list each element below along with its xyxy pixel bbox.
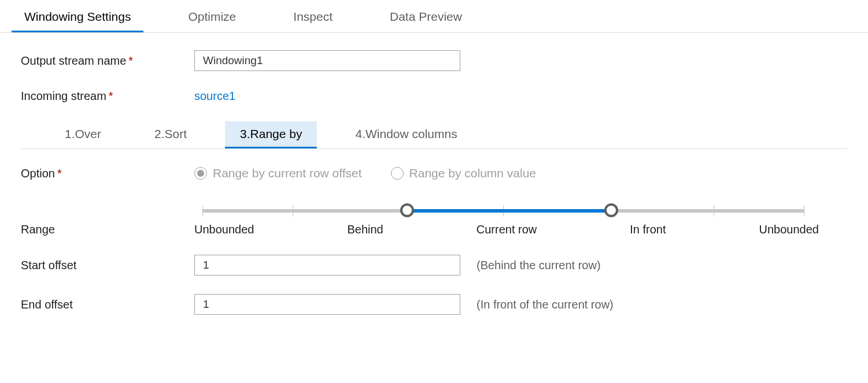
radio-range-by-row-offset[interactable]: Range by current row offset [194, 166, 362, 180]
range-tick-label: Unbounded [759, 223, 819, 236]
radio-range-by-column-value-label: Range by column value [409, 166, 536, 180]
option-label: Option* [21, 167, 194, 180]
output-stream-name-input[interactable] [194, 50, 460, 71]
tab-data-preview[interactable]: Data Preview [377, 3, 475, 32]
radio-range-by-column-value[interactable]: Range by column value [391, 166, 536, 180]
top-tabs: Windowing Settings Optimize Inspect Data… [0, 0, 868, 33]
radio-range-by-row-offset-label: Range by current row offset [213, 166, 362, 180]
start-offset-label: Start offset [21, 259, 194, 272]
range-tick-label: Unbounded [194, 223, 254, 236]
tab-windowing-settings[interactable]: Windowing Settings [12, 3, 143, 32]
range-label: Range [21, 199, 194, 236]
sub-tabs: 1.Over 2.Sort 3.Range by 4.Window column… [21, 121, 847, 149]
end-offset-hint: (In front of the current row) [477, 298, 614, 311]
output-stream-name-label: Output stream name* [21, 54, 194, 68]
start-offset-input[interactable] [194, 255, 460, 276]
start-offset-hint: (Behind the current row) [477, 259, 601, 272]
subtab-window-columns[interactable]: 4.Window columns [340, 121, 472, 148]
radio-bullet-icon [391, 167, 404, 180]
radio-bullet-icon [194, 167, 207, 180]
range-tick-label: In front [630, 223, 666, 236]
incoming-stream-link[interactable]: source1 [194, 90, 235, 103]
tab-inspect[interactable]: Inspect [280, 3, 345, 32]
subtab-sort[interactable]: 2.Sort [139, 121, 202, 148]
subtab-range-by[interactable]: 3.Range by [225, 121, 317, 148]
end-offset-input[interactable] [194, 294, 460, 315]
end-offset-label: End offset [21, 298, 194, 311]
range-handle-end[interactable] [604, 203, 618, 217]
tab-optimize[interactable]: Optimize [175, 3, 249, 32]
range-tick-label: Behind [347, 223, 383, 236]
range-tick-label: Current row [477, 223, 537, 236]
range-handle-start[interactable] [400, 203, 414, 217]
subtab-over[interactable]: 1.Over [50, 121, 116, 148]
incoming-stream-label: Incoming stream* [21, 90, 194, 103]
range-slider[interactable]: Unbounded Behind Current row In front Un… [194, 199, 813, 236]
